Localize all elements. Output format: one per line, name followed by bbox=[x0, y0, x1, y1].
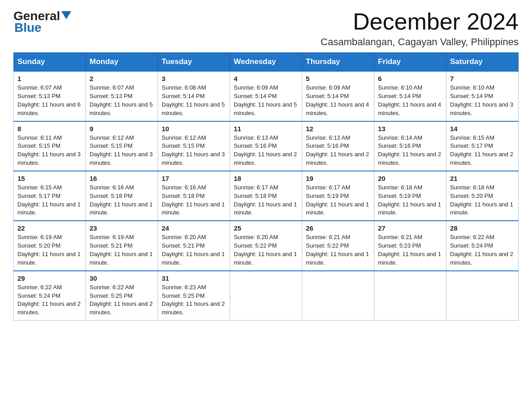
week-row-4: 22 Sunrise: 6:19 AM Sunset: 5:20 PM Dayl… bbox=[14, 221, 519, 270]
day-info: Sunrise: 6:18 AM Sunset: 5:20 PM Dayligh… bbox=[450, 184, 515, 217]
day-info: Sunrise: 6:07 AM Sunset: 5:13 PM Dayligh… bbox=[17, 84, 82, 117]
calendar-cell: 26 Sunrise: 6:21 AM Sunset: 5:22 PM Dayl… bbox=[302, 221, 374, 270]
calendar-cell: 13 Sunrise: 6:14 AM Sunset: 5:16 PM Dayl… bbox=[374, 121, 446, 171]
calendar-cell: 20 Sunrise: 6:18 AM Sunset: 5:19 PM Dayl… bbox=[374, 171, 446, 221]
calendar-cell: 28 Sunrise: 6:22 AM Sunset: 5:24 PM Dayl… bbox=[446, 221, 519, 270]
calendar-cell: 19 Sunrise: 6:17 AM Sunset: 5:19 PM Dayl… bbox=[302, 171, 374, 221]
day-number: 4 bbox=[234, 75, 298, 82]
calendar-cell: 5 Sunrise: 6:09 AM Sunset: 5:14 PM Dayli… bbox=[302, 71, 374, 121]
weekday-header-wednesday: Wednesday bbox=[230, 53, 302, 72]
week-row-5: 29 Sunrise: 6:22 AM Sunset: 5:24 PM Dayl… bbox=[14, 271, 519, 321]
calendar-cell: 1 Sunrise: 6:07 AM Sunset: 5:13 PM Dayli… bbox=[14, 71, 86, 121]
day-number: 23 bbox=[90, 224, 154, 232]
calendar-cell: 4 Sunrise: 6:09 AM Sunset: 5:14 PM Dayli… bbox=[230, 71, 302, 121]
day-info: Sunrise: 6:14 AM Sunset: 5:16 PM Dayligh… bbox=[378, 134, 442, 167]
day-info: Sunrise: 6:17 AM Sunset: 5:18 PM Dayligh… bbox=[234, 184, 298, 217]
weekday-header-row: SundayMondayTuesdayWednesdayThursdayFrid… bbox=[14, 53, 519, 72]
calendar-cell: 18 Sunrise: 6:17 AM Sunset: 5:18 PM Dayl… bbox=[230, 171, 302, 221]
calendar-cell: 15 Sunrise: 6:15 AM Sunset: 5:17 PM Dayl… bbox=[14, 171, 86, 221]
day-info: Sunrise: 6:22 AM Sunset: 5:24 PM Dayligh… bbox=[17, 283, 82, 317]
calendar-cell bbox=[374, 271, 446, 321]
calendar-cell: 17 Sunrise: 6:16 AM Sunset: 5:18 PM Dayl… bbox=[158, 171, 230, 221]
day-number: 7 bbox=[450, 75, 515, 82]
page-header: General Blue December 2024 Casambalangan… bbox=[13, 9, 519, 48]
title-area: December 2024 Casambalangan, Cagayan Val… bbox=[321, 9, 519, 48]
day-number: 25 bbox=[234, 224, 298, 232]
calendar-cell: 22 Sunrise: 6:19 AM Sunset: 5:20 PM Dayl… bbox=[14, 221, 86, 270]
calendar-cell: 24 Sunrise: 6:20 AM Sunset: 5:21 PM Dayl… bbox=[158, 221, 230, 270]
day-number: 2 bbox=[90, 75, 154, 82]
logo-arrow-icon bbox=[61, 11, 71, 21]
calendar-cell: 29 Sunrise: 6:22 AM Sunset: 5:24 PM Dayl… bbox=[14, 271, 86, 321]
weekday-header-thursday: Thursday bbox=[302, 53, 374, 72]
day-number: 28 bbox=[450, 224, 515, 232]
weekday-header-tuesday: Tuesday bbox=[158, 53, 230, 72]
day-info: Sunrise: 6:10 AM Sunset: 5:14 PM Dayligh… bbox=[378, 84, 442, 117]
day-number: 14 bbox=[450, 125, 515, 133]
month-title: December 2024 bbox=[321, 9, 519, 34]
calendar-cell: 30 Sunrise: 6:22 AM Sunset: 5:25 PM Dayl… bbox=[86, 271, 158, 321]
day-number: 24 bbox=[162, 224, 226, 232]
day-number: 13 bbox=[378, 125, 442, 133]
day-number: 22 bbox=[17, 224, 82, 232]
day-info: Sunrise: 6:08 AM Sunset: 5:14 PM Dayligh… bbox=[162, 84, 226, 117]
logo: General Blue bbox=[13, 9, 71, 35]
day-number: 16 bbox=[90, 175, 154, 182]
day-info: Sunrise: 6:23 AM Sunset: 5:25 PM Dayligh… bbox=[162, 283, 226, 317]
day-info: Sunrise: 6:16 AM Sunset: 5:18 PM Dayligh… bbox=[162, 184, 226, 217]
day-number: 27 bbox=[378, 224, 442, 232]
day-number: 6 bbox=[378, 75, 442, 82]
day-number: 26 bbox=[306, 224, 370, 232]
day-number: 10 bbox=[162, 125, 226, 133]
day-info: Sunrise: 6:22 AM Sunset: 5:25 PM Dayligh… bbox=[90, 283, 154, 317]
day-info: Sunrise: 6:19 AM Sunset: 5:20 PM Dayligh… bbox=[17, 233, 82, 267]
day-info: Sunrise: 6:16 AM Sunset: 5:18 PM Dayligh… bbox=[90, 184, 154, 217]
day-number: 17 bbox=[162, 175, 226, 182]
calendar-cell: 25 Sunrise: 6:20 AM Sunset: 5:22 PM Dayl… bbox=[230, 221, 302, 270]
weekday-header-monday: Monday bbox=[86, 53, 158, 72]
day-info: Sunrise: 6:12 AM Sunset: 5:15 PM Dayligh… bbox=[162, 134, 226, 167]
day-number: 18 bbox=[234, 175, 298, 182]
day-number: 30 bbox=[90, 274, 154, 282]
day-number: 12 bbox=[306, 125, 370, 133]
calendar-cell: 12 Sunrise: 6:13 AM Sunset: 5:16 PM Dayl… bbox=[302, 121, 374, 171]
day-number: 19 bbox=[306, 175, 370, 182]
day-number: 21 bbox=[450, 175, 515, 182]
weekday-header-sunday: Sunday bbox=[14, 53, 86, 72]
day-info: Sunrise: 6:07 AM Sunset: 5:13 PM Dayligh… bbox=[90, 84, 154, 117]
day-info: Sunrise: 6:09 AM Sunset: 5:14 PM Dayligh… bbox=[306, 84, 370, 117]
calendar-cell: 8 Sunrise: 6:11 AM Sunset: 5:15 PM Dayli… bbox=[14, 121, 86, 171]
day-info: Sunrise: 6:15 AM Sunset: 5:17 PM Dayligh… bbox=[17, 184, 82, 217]
calendar-cell: 10 Sunrise: 6:12 AM Sunset: 5:15 PM Dayl… bbox=[158, 121, 230, 171]
day-info: Sunrise: 6:09 AM Sunset: 5:14 PM Dayligh… bbox=[234, 84, 298, 117]
day-number: 5 bbox=[306, 75, 370, 82]
calendar-cell bbox=[302, 271, 374, 321]
day-info: Sunrise: 6:19 AM Sunset: 5:21 PM Dayligh… bbox=[90, 233, 154, 267]
day-info: Sunrise: 6:11 AM Sunset: 5:15 PM Dayligh… bbox=[17, 134, 82, 167]
day-info: Sunrise: 6:10 AM Sunset: 5:14 PM Dayligh… bbox=[450, 84, 515, 117]
week-row-2: 8 Sunrise: 6:11 AM Sunset: 5:15 PM Dayli… bbox=[14, 121, 519, 171]
day-info: Sunrise: 6:21 AM Sunset: 5:23 PM Dayligh… bbox=[378, 233, 442, 267]
calendar-cell: 31 Sunrise: 6:23 AM Sunset: 5:25 PM Dayl… bbox=[158, 271, 230, 321]
calendar-cell: 2 Sunrise: 6:07 AM Sunset: 5:13 PM Dayli… bbox=[86, 71, 158, 121]
day-number: 9 bbox=[90, 125, 154, 133]
day-number: 31 bbox=[162, 274, 226, 282]
svg-marker-0 bbox=[61, 11, 71, 19]
calendar-cell bbox=[446, 271, 519, 321]
day-info: Sunrise: 6:15 AM Sunset: 5:17 PM Dayligh… bbox=[450, 134, 515, 167]
weekday-header-saturday: Saturday bbox=[446, 53, 519, 72]
day-number: 3 bbox=[162, 75, 226, 82]
calendar-cell: 23 Sunrise: 6:19 AM Sunset: 5:21 PM Dayl… bbox=[86, 221, 158, 270]
calendar-cell: 7 Sunrise: 6:10 AM Sunset: 5:14 PM Dayli… bbox=[446, 71, 519, 121]
day-number: 11 bbox=[234, 125, 298, 133]
day-number: 15 bbox=[17, 175, 82, 182]
day-info: Sunrise: 6:18 AM Sunset: 5:19 PM Dayligh… bbox=[378, 184, 442, 217]
calendar-cell: 11 Sunrise: 6:13 AM Sunset: 5:16 PM Dayl… bbox=[230, 121, 302, 171]
day-number: 8 bbox=[17, 125, 82, 133]
day-info: Sunrise: 6:21 AM Sunset: 5:22 PM Dayligh… bbox=[306, 233, 370, 267]
logo-text-blue: Blue bbox=[13, 21, 42, 35]
calendar-cell bbox=[230, 271, 302, 321]
calendar-table: SundayMondayTuesdayWednesdayThursdayFrid… bbox=[13, 52, 519, 321]
calendar-cell: 6 Sunrise: 6:10 AM Sunset: 5:14 PM Dayli… bbox=[374, 71, 446, 121]
day-number: 1 bbox=[17, 75, 82, 82]
